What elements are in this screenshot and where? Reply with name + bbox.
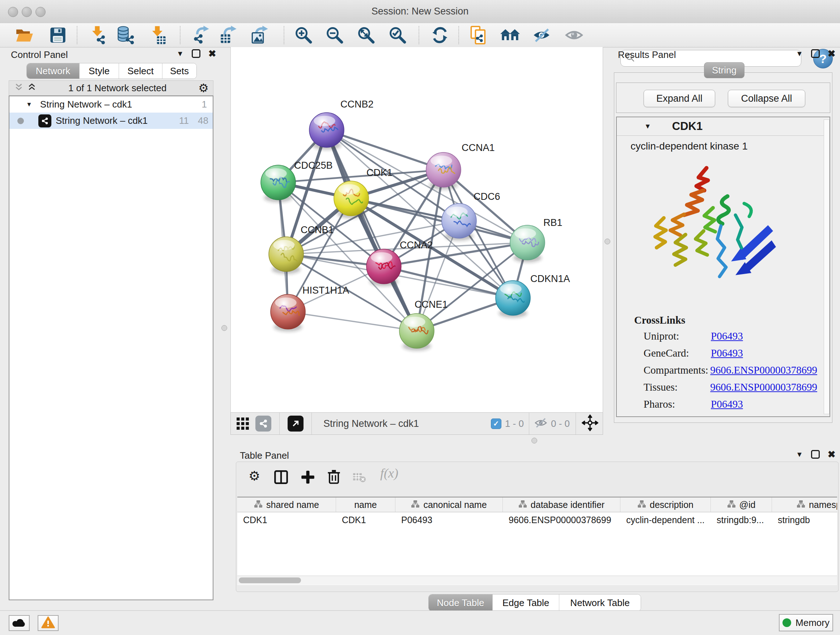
right-splitter-handle[interactable] [605, 239, 610, 244]
zoom-selected-icon[interactable] [387, 25, 408, 45]
panel-close-icon[interactable]: ✖ [208, 50, 216, 57]
tab-network[interactable]: Network [27, 63, 80, 79]
delete-column-trash-icon[interactable] [327, 469, 341, 486]
export-table-icon[interactable] [218, 25, 239, 45]
zoom-fit-icon[interactable] [356, 25, 376, 45]
import-database-icon[interactable] [115, 25, 136, 45]
cloud-icon [12, 617, 27, 629]
table-cell[interactable]: P06493 [395, 515, 503, 525]
network-node-hist1h1a[interactable]: HIST1H1A [271, 285, 349, 332]
hidden-eye-slash-icon[interactable] [534, 417, 547, 430]
network-canvas[interactable]: CCNB2 CCNA1 CDC25B CDK1 CDC6 RB1 CCNB1 [231, 47, 603, 412]
tab-style[interactable]: Style [80, 63, 119, 79]
tab-edge-table[interactable]: Edge Table [493, 594, 559, 611]
scrollbar-thumb[interactable] [239, 578, 301, 583]
add-column-icon[interactable] [301, 470, 315, 486]
home-icon[interactable] [500, 25, 520, 45]
network-node-ccna1[interactable]: CCNA1 [426, 142, 495, 190]
table-row[interactable]: CDK1CDK1P064939606.ENSP00000378699cyclin… [237, 512, 837, 527]
share-view-icon[interactable] [256, 416, 271, 432]
eye-gray-icon[interactable] [564, 25, 584, 45]
panel-dropdown-icon[interactable]: ▼ [796, 50, 803, 58]
network-node-cdkn1a[interactable]: CDKN1A [496, 273, 570, 318]
crosslink-value-link[interactable]: 9606.ENSP00000378699 [710, 381, 817, 393]
network-edge[interactable] [327, 130, 444, 170]
grid-view-icon[interactable] [236, 416, 249, 431]
crosslink-value-link[interactable]: P06493 [711, 330, 743, 342]
control-panel-title: Control Panel [11, 49, 68, 60]
network-tree-item[interactable]: String Network – cdk1 11 48 [9, 112, 213, 129]
crosslink-value-link[interactable]: P06493 [711, 398, 743, 410]
column-header-name[interactable]: name [336, 497, 395, 512]
results-scrollbar[interactable] [824, 119, 829, 414]
left-splitter-handle[interactable] [221, 325, 227, 331]
tab-select[interactable]: Select [119, 63, 163, 79]
panel-float-icon[interactable] [811, 49, 820, 58]
crosslink-value-link[interactable]: 9606.ENSP00000378699 [710, 364, 817, 376]
export-network-icon[interactable] [191, 25, 211, 45]
gear-icon[interactable]: ⚙ [198, 81, 209, 95]
column-header-database-identifier[interactable]: database identifier [503, 497, 621, 512]
current-view-dot-icon [17, 118, 24, 124]
zoom-in-icon[interactable] [294, 25, 314, 45]
crosslink-value-link[interactable]: P06493 [711, 347, 743, 359]
memory-button[interactable]: Memory [779, 614, 833, 631]
selected-node-edge-counts: 1 - 0 [505, 418, 524, 429]
panel-close-icon[interactable]: ✖ [828, 451, 836, 458]
zoom-out-icon[interactable] [325, 25, 345, 45]
gene-name: CDK1 [672, 120, 703, 133]
node-label: CCNB1 [301, 225, 334, 235]
column-header-namespace[interactable]: namespace [772, 497, 837, 512]
fit-content-crosshair-icon[interactable] [582, 415, 598, 432]
save-icon[interactable] [48, 25, 68, 45]
panel-dropdown-icon[interactable]: ▼ [177, 50, 184, 58]
horizontal-splitter-handle[interactable] [531, 438, 537, 443]
panel-float-icon[interactable] [192, 49, 201, 58]
copy-document-icon[interactable] [469, 25, 489, 45]
panel-dropdown-icon[interactable]: ▼ [796, 450, 803, 459]
detach-view-icon[interactable] [287, 416, 303, 432]
panel-float-icon[interactable] [811, 450, 820, 459]
table-cell[interactable]: CDK1 [336, 515, 395, 525]
tab-node-table[interactable]: Node Table [429, 594, 493, 611]
expand-all-chevron-icon[interactable] [27, 82, 36, 93]
node-label: CDC25B [294, 160, 333, 171]
crosslink-row: Pharos:P06493 [644, 398, 817, 410]
import-network-icon[interactable] [88, 25, 108, 45]
network-tree-item[interactable]: ▼ String Network – cdk1 1 [9, 96, 213, 112]
refresh-icon[interactable] [430, 25, 450, 45]
table-cell[interactable]: CDK1 [237, 515, 336, 525]
table-settings-gear-icon[interactable]: ⚙ [248, 469, 260, 484]
warning-button[interactable] [38, 615, 58, 631]
table-cell[interactable]: stringdb:9... [711, 515, 772, 525]
table-cell[interactable]: stringdb [772, 515, 837, 525]
collapse-all-button[interactable]: Collapse All [728, 90, 805, 107]
node-table[interactable]: shared namenamecanonical namedatabase id… [237, 497, 837, 585]
export-image-icon[interactable] [250, 25, 270, 45]
collapse-all-chevron-icon[interactable] [14, 82, 24, 93]
selected-checkbox-icon[interactable]: ✓ [491, 418, 501, 429]
panel-close-icon[interactable]: ✖ [828, 50, 836, 57]
import-table-icon[interactable] [148, 25, 168, 45]
column-header-description[interactable]: description [621, 497, 711, 512]
column-header-@id[interactable]: @id [711, 497, 772, 512]
eye-slash-icon[interactable] [531, 25, 552, 45]
expand-all-button[interactable]: Expand All [644, 90, 715, 107]
table-cell[interactable]: cyclin-dependent ... [621, 515, 711, 525]
tab-sets[interactable]: Sets [163, 63, 196, 79]
open-icon[interactable] [14, 25, 35, 45]
collapse-section-icon[interactable]: ▼ [644, 122, 651, 130]
tab-string[interactable]: String [704, 62, 745, 78]
cloud-button[interactable] [9, 615, 30, 631]
network-node-ccnb1[interactable]: CCNB1 [269, 225, 334, 274]
show-columns-icon[interactable] [274, 470, 288, 486]
network-node-rb1[interactable]: RB1 [510, 217, 562, 263]
network-edge[interactable] [288, 312, 417, 331]
disclosure-triangle-icon[interactable]: ▼ [26, 101, 32, 108]
column-header-canonical-name[interactable]: canonical name [395, 497, 503, 512]
column-header-shared-name[interactable]: shared name [237, 497, 336, 512]
table-cell[interactable]: 9606.ENSP00000378699 [503, 515, 621, 525]
table-horizontal-scrollbar[interactable] [237, 576, 837, 585]
delete-table-icon [353, 472, 366, 485]
tab-network-table[interactable]: Network Table [559, 594, 641, 611]
